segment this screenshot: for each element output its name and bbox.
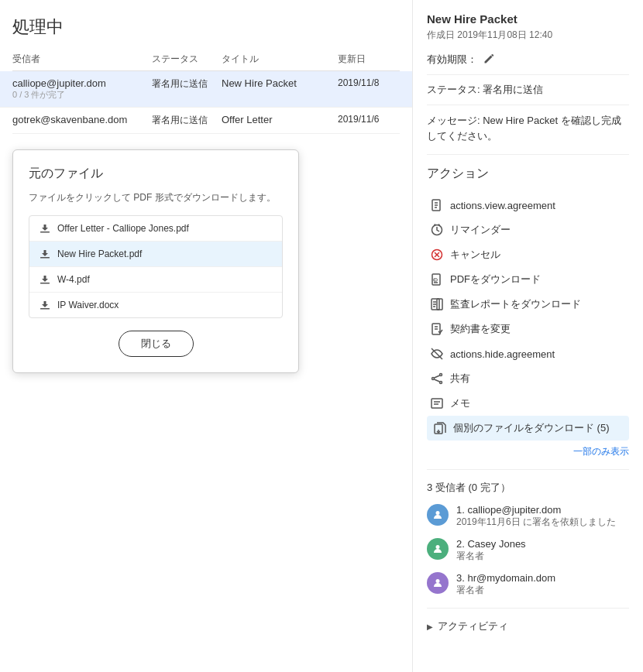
action-label: メモ (450, 396, 470, 410)
file-name: Offer Letter - Calliope Jones.pdf (57, 223, 189, 234)
modal-description: ファイルをクリックして PDF 形式でダウンロードします。 (29, 191, 283, 204)
recipient-number: 1. (456, 504, 465, 516)
svg-rect-3 (40, 308, 50, 310)
recipient-sub: 2019年11月6日 に署名を依頼しました (456, 516, 616, 529)
status-text: ステータス: 署名用に送信 (427, 84, 543, 95)
modal-title: 元のファイル (29, 166, 283, 182)
svg-line-29 (435, 379, 440, 382)
svg-line-28 (435, 375, 440, 378)
created-label: 作成日 (427, 29, 455, 40)
download-icon (39, 248, 51, 260)
recipients-section: 3 受信者 (0 完了） 1. calliope@jupiter.dom 201… (427, 469, 629, 597)
action-files[interactable]: 個別のファイルをダウンロード (5) (427, 416, 629, 441)
table-row[interactable]: gotrek@skavenbane.dom 署名用に送信 Offer Lette… (12, 108, 400, 134)
action-pdf[interactable]: PDFをダウンロード (427, 267, 629, 292)
recipients-title: 3 受信者 (0 完了） (427, 481, 629, 495)
recipient-info: 2. Casey Jones 署名者 (456, 538, 526, 563)
svg-rect-2 (40, 283, 50, 284)
file-list-inner[interactable]: Offer Letter - Calliope Jones.pdf New Hi… (29, 216, 282, 317)
download-icon (39, 222, 51, 235)
right-panel: New Hire Packet 作成日 2019年11月08日 12:40 有効… (412, 0, 643, 672)
memo-icon (430, 396, 444, 410)
svg-line-9 (435, 225, 436, 226)
left-panel: 処理中 受信者 ステータス タイトル 更新日 calliope@jupiter.… (0, 0, 412, 672)
file-item[interactable]: W-4.pdf (29, 267, 282, 293)
file-list: Offer Letter - Calliope Jones.pdf New Hi… (29, 215, 283, 318)
row-email: gotrek@skavenbane.dom (12, 114, 152, 125)
message-text: メッセージ: New Hire Packet を確認し完成してください。 (427, 115, 621, 142)
expiry-row: 有効期限： (427, 53, 629, 75)
file-item[interactable]: Offer Letter - Calliope Jones.pdf (29, 216, 282, 242)
message-row: メッセージ: New Hire Packet を確認し完成してください。 (427, 113, 629, 155)
file-name: IP Waiver.docx (57, 300, 119, 310)
activity-section: ▶ アクティビティ (427, 608, 629, 636)
row-email-cell: calliope@jupiter.dom 0 / 3 件が完了 (12, 77, 152, 101)
action-label: リマインダー (450, 223, 511, 237)
recipient-sub: 署名者 (456, 584, 555, 597)
avatar (427, 572, 449, 594)
activity-toggle[interactable]: ▶ アクティビティ (427, 616, 629, 636)
action-label: actions.hide.agreement (450, 348, 555, 360)
action-share[interactable]: 共有 (427, 366, 629, 391)
recipient-name: 2. Casey Jones (456, 538, 526, 550)
close-button-container: 閉じる (29, 331, 283, 357)
person-icon (432, 578, 443, 588)
action-cancel[interactable]: キャンセル (427, 242, 629, 267)
actions-title: アクション (427, 166, 629, 182)
svg-point-36 (436, 545, 440, 549)
page-title: 処理中 (12, 15, 400, 39)
recipient-name: 1. calliope@jupiter.dom (456, 504, 616, 516)
person-icon (432, 509, 443, 520)
person-icon (432, 543, 443, 554)
recipient-item: 3. hr@mydomain.dom 署名者 (427, 572, 629, 597)
row-date: 2019/11/8 (338, 77, 400, 88)
svg-point-37 (436, 579, 440, 583)
created-date-value: 2019年11月08日 12:40 (457, 29, 552, 40)
recipient-email: calliope@jupiter.dom (467, 504, 561, 516)
row-date: 2019/11/6 (338, 114, 400, 125)
action-reminder[interactable]: リマインダー (427, 218, 629, 242)
activity-label: アクティビティ (438, 619, 508, 633)
download-icon (39, 273, 51, 286)
recipient-info: 3. hr@mydomain.dom 署名者 (456, 572, 555, 597)
action-view[interactable]: actions.view.agreement (427, 193, 629, 218)
avatar (427, 504, 449, 526)
action-label: 契約書を変更 (450, 322, 511, 336)
recipient-number: 2. (456, 538, 465, 550)
modal-box: 元のファイル ファイルをクリックして PDF 形式でダウンロードします。 Off… (12, 149, 299, 373)
download-icon (39, 299, 51, 311)
recipient-email: hr@mydomain.dom (467, 572, 555, 584)
recipient-item: 1. calliope@jupiter.dom 2019年11月6日 に署名を依… (427, 504, 629, 529)
avatar (427, 538, 449, 560)
svg-point-27 (440, 382, 442, 384)
packet-title: New Hire Packet (427, 12, 629, 26)
chevron-right-icon: ▶ (427, 622, 433, 631)
file-item[interactable]: New Hire Packet.pdf (29, 242, 282, 267)
file-name: W-4.pdf (57, 274, 90, 285)
action-label: 共有 (450, 372, 470, 386)
recipient-number: 3. (456, 572, 465, 584)
edit-icon[interactable] (482, 53, 494, 66)
table-row[interactable]: calliope@jupiter.dom 0 / 3 件が完了 署名用に送信 N… (0, 71, 412, 108)
x-circle-icon (430, 248, 444, 262)
file-item[interactable]: IP Waiver.docx (29, 293, 282, 317)
status-row: ステータス: 署名用に送信 (427, 83, 629, 105)
expiry-label: 有効期限： (427, 53, 477, 67)
action-hide[interactable]: actions.hide.agreement (427, 341, 629, 366)
action-label: 個別のファイルをダウンロード (5) (453, 421, 610, 435)
hide-icon (430, 347, 444, 361)
show-partial-link[interactable]: 一部のみ表示 (573, 446, 629, 457)
contract-icon (430, 322, 444, 336)
svg-point-26 (432, 378, 435, 380)
recipient-sub: 署名者 (456, 550, 526, 563)
action-audit[interactable]: 監査レポートをダウンロード (427, 292, 629, 317)
recipient-item: 2. Casey Jones 署名者 (427, 538, 629, 563)
row-status: 署名用に送信 (152, 114, 222, 127)
close-button[interactable]: 閉じる (119, 331, 194, 357)
action-memo[interactable]: メモ (427, 391, 629, 416)
row-title: New Hire Packet (222, 77, 338, 89)
action-contract[interactable]: 契約書を変更 (427, 317, 629, 341)
svg-rect-0 (40, 231, 50, 233)
pdf-icon (430, 273, 444, 286)
share-icon (430, 372, 444, 386)
